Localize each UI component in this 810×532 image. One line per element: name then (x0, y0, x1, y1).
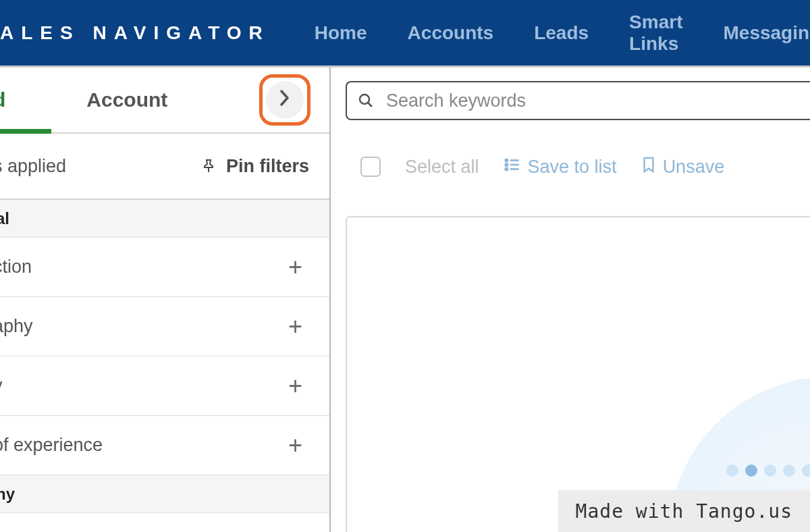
search-input[interactable] (385, 90, 810, 112)
svg-point-1 (505, 159, 507, 161)
filters-status-row: s applied Pin filters (0, 134, 329, 200)
dot (764, 464, 776, 477)
collapse-panel-button[interactable] (266, 81, 304, 119)
dot (783, 464, 795, 477)
filter-section-company: ny (0, 475, 329, 513)
dot-active (745, 464, 757, 477)
search-row (331, 68, 810, 134)
collapse-highlight (259, 74, 310, 126)
bulk-action-row: Select all Save to list Unsave (331, 134, 810, 200)
unsave-button[interactable]: Unsave (641, 156, 725, 178)
search-icon (358, 92, 374, 109)
bookmark-icon (641, 156, 656, 178)
select-all-label: Select all (405, 157, 479, 178)
plus-icon: + (288, 433, 302, 458)
carousel-dots (726, 464, 810, 477)
nav-messaging[interactable]: Messaging (708, 22, 810, 44)
dot (726, 464, 738, 477)
filter-label: of experience (0, 435, 103, 456)
filter-row-0[interactable]: ction + (0, 238, 329, 297)
unsave-label: Unsave (663, 157, 725, 178)
brand-title: ALES NAVIGATOR (0, 22, 294, 44)
filter-label: ction (0, 257, 32, 277)
dot (802, 464, 810, 477)
top-nav: ALES NAVIGATOR Home Accounts Leads Smart… (0, 0, 810, 65)
tab-lead[interactable]: d (0, 88, 19, 111)
results-panel: Select all Save to list Unsave (331, 68, 810, 532)
filter-label: y (0, 375, 3, 396)
nav-smart-links[interactable]: Smart Links (614, 11, 697, 55)
search-box[interactable] (346, 81, 810, 120)
pin-icon (200, 158, 217, 174)
plus-icon: + (288, 374, 302, 398)
nav-home[interactable]: Home (300, 22, 382, 44)
tango-watermark: Made with Tango.us (558, 490, 810, 532)
save-to-list-button[interactable]: Save to list (504, 156, 617, 178)
filter-label: aphy (0, 316, 33, 337)
content: d Account s applied Pin filters (0, 65, 810, 532)
pin-filters-label: Pin filters (226, 156, 309, 177)
chevron-right-icon (279, 90, 290, 111)
svg-point-3 (505, 167, 507, 169)
plus-icon: + (288, 255, 302, 280)
filter-section-personal: al (0, 200, 329, 238)
filters-applied-label: s applied (0, 156, 66, 177)
nav-leads[interactable]: Leads (519, 22, 603, 44)
filter-section-label: al (0, 209, 9, 228)
plus-icon: + (288, 315, 302, 339)
filter-row-2[interactable]: y + (0, 356, 329, 416)
select-all-checkbox[interactable] (360, 157, 381, 177)
save-to-list-label: Save to list (528, 157, 617, 178)
svg-point-0 (360, 95, 369, 104)
pin-filters-button[interactable]: Pin filters (200, 156, 309, 177)
entity-tabs: d Account (0, 68, 329, 134)
filter-row-1[interactable]: aphy + (0, 297, 329, 356)
filter-section-label: ny (0, 485, 15, 504)
svg-point-2 (505, 163, 507, 165)
filter-row-3[interactable]: of experience + (0, 416, 329, 475)
tab-underline (0, 129, 51, 134)
tab-account[interactable]: Account (86, 88, 167, 111)
filter-panel: d Account s applied Pin filters (0, 68, 331, 532)
list-icon (504, 156, 521, 178)
nav-accounts[interactable]: Accounts (393, 22, 509, 44)
